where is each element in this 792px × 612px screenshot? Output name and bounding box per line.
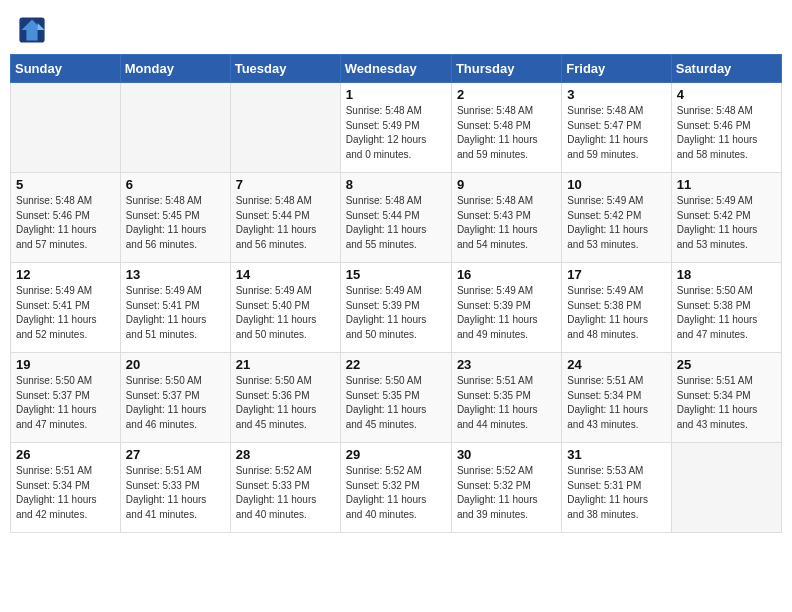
day-number: 6 [126,177,225,192]
day-info: Sunrise: 5:49 AM Sunset: 5:42 PM Dayligh… [677,194,776,252]
calendar-cell: 3Sunrise: 5:48 AM Sunset: 5:47 PM Daylig… [562,83,671,173]
day-info: Sunrise: 5:48 AM Sunset: 5:44 PM Dayligh… [346,194,446,252]
calendar-cell: 24Sunrise: 5:51 AM Sunset: 5:34 PM Dayli… [562,353,671,443]
calendar-cell: 15Sunrise: 5:49 AM Sunset: 5:39 PM Dayli… [340,263,451,353]
calendar-cell: 19Sunrise: 5:50 AM Sunset: 5:37 PM Dayli… [11,353,121,443]
day-info: Sunrise: 5:53 AM Sunset: 5:31 PM Dayligh… [567,464,665,522]
day-info: Sunrise: 5:48 AM Sunset: 5:49 PM Dayligh… [346,104,446,162]
calendar-cell: 12Sunrise: 5:49 AM Sunset: 5:41 PM Dayli… [11,263,121,353]
day-number: 8 [346,177,446,192]
logo-icon [18,16,46,44]
day-number: 9 [457,177,556,192]
day-info: Sunrise: 5:50 AM Sunset: 5:37 PM Dayligh… [16,374,115,432]
calendar-cell: 9Sunrise: 5:48 AM Sunset: 5:43 PM Daylig… [451,173,561,263]
day-number: 25 [677,357,776,372]
weekday-header-thursday: Thursday [451,55,561,83]
day-info: Sunrise: 5:51 AM Sunset: 5:33 PM Dayligh… [126,464,225,522]
page-header [10,10,782,50]
day-info: Sunrise: 5:50 AM Sunset: 5:37 PM Dayligh… [126,374,225,432]
day-info: Sunrise: 5:50 AM Sunset: 5:38 PM Dayligh… [677,284,776,342]
day-number: 14 [236,267,335,282]
day-info: Sunrise: 5:48 AM Sunset: 5:47 PM Dayligh… [567,104,665,162]
calendar-cell: 21Sunrise: 5:50 AM Sunset: 5:36 PM Dayli… [230,353,340,443]
day-info: Sunrise: 5:48 AM Sunset: 5:43 PM Dayligh… [457,194,556,252]
calendar-cell: 5Sunrise: 5:48 AM Sunset: 5:46 PM Daylig… [11,173,121,263]
day-number: 10 [567,177,665,192]
weekday-header-monday: Monday [120,55,230,83]
calendar-cell: 2Sunrise: 5:48 AM Sunset: 5:48 PM Daylig… [451,83,561,173]
day-number: 31 [567,447,665,462]
day-info: Sunrise: 5:48 AM Sunset: 5:44 PM Dayligh… [236,194,335,252]
calendar-cell: 6Sunrise: 5:48 AM Sunset: 5:45 PM Daylig… [120,173,230,263]
calendar-cell [120,83,230,173]
day-number: 30 [457,447,556,462]
day-info: Sunrise: 5:49 AM Sunset: 5:41 PM Dayligh… [126,284,225,342]
calendar-cell: 26Sunrise: 5:51 AM Sunset: 5:34 PM Dayli… [11,443,121,533]
day-number: 29 [346,447,446,462]
weekday-header-row: SundayMondayTuesdayWednesdayThursdayFrid… [11,55,782,83]
day-info: Sunrise: 5:49 AM Sunset: 5:41 PM Dayligh… [16,284,115,342]
day-number: 13 [126,267,225,282]
calendar-cell: 31Sunrise: 5:53 AM Sunset: 5:31 PM Dayli… [562,443,671,533]
calendar-cell: 16Sunrise: 5:49 AM Sunset: 5:39 PM Dayli… [451,263,561,353]
calendar-cell: 8Sunrise: 5:48 AM Sunset: 5:44 PM Daylig… [340,173,451,263]
day-info: Sunrise: 5:48 AM Sunset: 5:45 PM Dayligh… [126,194,225,252]
week-row-3: 12Sunrise: 5:49 AM Sunset: 5:41 PM Dayli… [11,263,782,353]
day-info: Sunrise: 5:49 AM Sunset: 5:38 PM Dayligh… [567,284,665,342]
calendar-cell [671,443,781,533]
calendar-cell: 4Sunrise: 5:48 AM Sunset: 5:46 PM Daylig… [671,83,781,173]
week-row-4: 19Sunrise: 5:50 AM Sunset: 5:37 PM Dayli… [11,353,782,443]
day-info: Sunrise: 5:52 AM Sunset: 5:32 PM Dayligh… [346,464,446,522]
week-row-5: 26Sunrise: 5:51 AM Sunset: 5:34 PM Dayli… [11,443,782,533]
day-number: 22 [346,357,446,372]
weekday-header-sunday: Sunday [11,55,121,83]
calendar-cell: 10Sunrise: 5:49 AM Sunset: 5:42 PM Dayli… [562,173,671,263]
calendar-cell: 22Sunrise: 5:50 AM Sunset: 5:35 PM Dayli… [340,353,451,443]
day-number: 1 [346,87,446,102]
day-info: Sunrise: 5:49 AM Sunset: 5:40 PM Dayligh… [236,284,335,342]
calendar-cell: 29Sunrise: 5:52 AM Sunset: 5:32 PM Dayli… [340,443,451,533]
day-number: 16 [457,267,556,282]
day-number: 19 [16,357,115,372]
day-number: 3 [567,87,665,102]
day-number: 20 [126,357,225,372]
day-info: Sunrise: 5:49 AM Sunset: 5:39 PM Dayligh… [346,284,446,342]
day-number: 27 [126,447,225,462]
weekday-header-wednesday: Wednesday [340,55,451,83]
day-info: Sunrise: 5:52 AM Sunset: 5:32 PM Dayligh… [457,464,556,522]
calendar-cell: 18Sunrise: 5:50 AM Sunset: 5:38 PM Dayli… [671,263,781,353]
calendar-cell [230,83,340,173]
day-number: 15 [346,267,446,282]
logo [18,16,50,44]
calendar-cell: 14Sunrise: 5:49 AM Sunset: 5:40 PM Dayli… [230,263,340,353]
calendar-cell: 1Sunrise: 5:48 AM Sunset: 5:49 PM Daylig… [340,83,451,173]
calendar-cell: 13Sunrise: 5:49 AM Sunset: 5:41 PM Dayli… [120,263,230,353]
day-number: 5 [16,177,115,192]
day-info: Sunrise: 5:50 AM Sunset: 5:35 PM Dayligh… [346,374,446,432]
day-info: Sunrise: 5:51 AM Sunset: 5:34 PM Dayligh… [16,464,115,522]
day-info: Sunrise: 5:51 AM Sunset: 5:34 PM Dayligh… [567,374,665,432]
weekday-header-saturday: Saturday [671,55,781,83]
day-info: Sunrise: 5:50 AM Sunset: 5:36 PM Dayligh… [236,374,335,432]
calendar-cell: 25Sunrise: 5:51 AM Sunset: 5:34 PM Dayli… [671,353,781,443]
calendar-cell: 28Sunrise: 5:52 AM Sunset: 5:33 PM Dayli… [230,443,340,533]
day-number: 23 [457,357,556,372]
day-info: Sunrise: 5:51 AM Sunset: 5:35 PM Dayligh… [457,374,556,432]
day-number: 4 [677,87,776,102]
calendar-cell: 27Sunrise: 5:51 AM Sunset: 5:33 PM Dayli… [120,443,230,533]
calendar-cell: 20Sunrise: 5:50 AM Sunset: 5:37 PM Dayli… [120,353,230,443]
weekday-header-friday: Friday [562,55,671,83]
week-row-2: 5Sunrise: 5:48 AM Sunset: 5:46 PM Daylig… [11,173,782,263]
weekday-header-tuesday: Tuesday [230,55,340,83]
calendar-table: SundayMondayTuesdayWednesdayThursdayFrid… [10,54,782,533]
day-info: Sunrise: 5:52 AM Sunset: 5:33 PM Dayligh… [236,464,335,522]
day-number: 28 [236,447,335,462]
day-info: Sunrise: 5:48 AM Sunset: 5:46 PM Dayligh… [16,194,115,252]
week-row-1: 1Sunrise: 5:48 AM Sunset: 5:49 PM Daylig… [11,83,782,173]
day-number: 21 [236,357,335,372]
day-number: 2 [457,87,556,102]
day-number: 26 [16,447,115,462]
calendar-cell: 17Sunrise: 5:49 AM Sunset: 5:38 PM Dayli… [562,263,671,353]
day-number: 18 [677,267,776,282]
calendar-cell: 7Sunrise: 5:48 AM Sunset: 5:44 PM Daylig… [230,173,340,263]
